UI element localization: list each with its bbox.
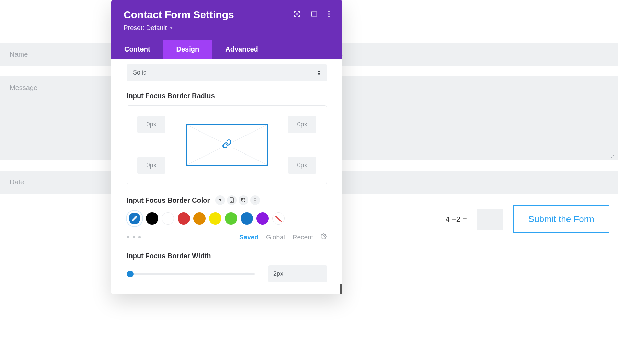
width-value-input[interactable] <box>268 265 327 282</box>
svg-point-10 <box>255 202 256 203</box>
swatch-yellow[interactable] <box>209 212 221 225</box>
tab-content[interactable]: Content <box>111 40 163 59</box>
columns-icon[interactable] <box>311 11 318 19</box>
resize-grip-icon[interactable]: ⋰ <box>610 151 617 159</box>
width-slider[interactable] <box>127 273 255 275</box>
svg-point-7 <box>231 202 232 202</box>
svg-rect-0 <box>296 13 298 15</box>
swatch-red[interactable] <box>178 212 190 225</box>
header-icon-group <box>294 11 330 19</box>
tab-design[interactable]: Design <box>163 40 213 59</box>
gear-icon[interactable] <box>321 233 327 241</box>
eyedropper-swatch[interactable] <box>127 211 142 226</box>
captcha-label: 4 +2 = <box>445 215 467 224</box>
svg-point-11 <box>323 236 325 237</box>
border-color-text: Input Focus Border Color <box>127 196 210 204</box>
more-icon[interactable] <box>328 11 330 19</box>
color-tab-row: Saved Global Recent <box>127 233 327 241</box>
select-value: Solid <box>133 69 147 76</box>
panel-header: Contact Form Settings Preset: Default <box>111 0 342 40</box>
border-color-label: Input Focus Border Color ? <box>127 195 327 205</box>
help-icon[interactable]: ? <box>215 195 225 205</box>
reset-icon[interactable] <box>239 195 248 205</box>
email-field[interactable]: ddress <box>312 43 618 66</box>
swatch-orange[interactable] <box>193 212 206 225</box>
submit-button[interactable]: Submit the Form <box>513 205 609 233</box>
responsive-icon[interactable] <box>227 195 237 205</box>
svg-point-3 <box>328 11 330 12</box>
settings-panel: Contact Form Settings Preset: Default Co… <box>111 0 342 294</box>
svg-point-9 <box>255 200 256 201</box>
color-swatches <box>127 211 327 226</box>
focus-icon[interactable] <box>294 11 300 19</box>
preset-label: Preset: Default <box>124 24 167 32</box>
svg-point-8 <box>255 198 256 199</box>
swatch-blue[interactable] <box>241 212 253 225</box>
panel-body: Solid Input Focus Border Radius Input Fo… <box>111 64 342 294</box>
color-tab-global[interactable]: Global <box>266 234 285 241</box>
border-width-label: Input Focus Border Width <box>127 252 327 260</box>
panel-title-text: Contact Form Settings <box>124 9 234 21</box>
link-values-icon[interactable] <box>221 138 233 152</box>
swatch-purple[interactable] <box>256 212 269 225</box>
color-tab-recent[interactable]: Recent <box>293 234 313 241</box>
preset-selector[interactable]: Preset: Default <box>124 24 330 40</box>
color-tab-saved[interactable]: Saved <box>239 234 259 241</box>
scrollbar-thumb[interactable] <box>340 284 342 294</box>
swatch-black[interactable] <box>146 212 158 225</box>
swatch-white[interactable] <box>162 212 174 225</box>
radius-top-right[interactable] <box>288 116 316 133</box>
radius-preview <box>186 124 268 166</box>
slider-thumb[interactable] <box>127 271 134 277</box>
tab-bar: Content Design Advanced <box>111 40 342 59</box>
menu-icon[interactable] <box>250 195 260 205</box>
swatch-green[interactable] <box>225 212 237 225</box>
border-style-select-top[interactable]: Solid <box>127 64 327 81</box>
swatch-transparent[interactable] <box>272 212 285 225</box>
radius-top-left[interactable] <box>137 116 165 133</box>
radius-bottom-right[interactable] <box>288 157 316 174</box>
radius-control <box>127 105 327 184</box>
more-colors-icon[interactable] <box>127 236 142 238</box>
focus-border-style-label: Input Focus Border Style <box>127 293 327 294</box>
caret-down-icon <box>170 27 173 29</box>
svg-point-4 <box>328 13 330 15</box>
svg-point-5 <box>328 16 330 17</box>
captcha-input[interactable] <box>477 209 503 230</box>
border-width-control <box>127 265 327 282</box>
label-icon-group: ? <box>215 195 260 205</box>
radius-label: Input Focus Border Radius <box>127 92 327 100</box>
radius-bottom-left[interactable] <box>137 157 165 174</box>
tab-advanced[interactable]: Advanced <box>212 40 271 59</box>
select-arrows-icon <box>317 71 321 75</box>
message-placeholder: Message <box>10 84 37 91</box>
